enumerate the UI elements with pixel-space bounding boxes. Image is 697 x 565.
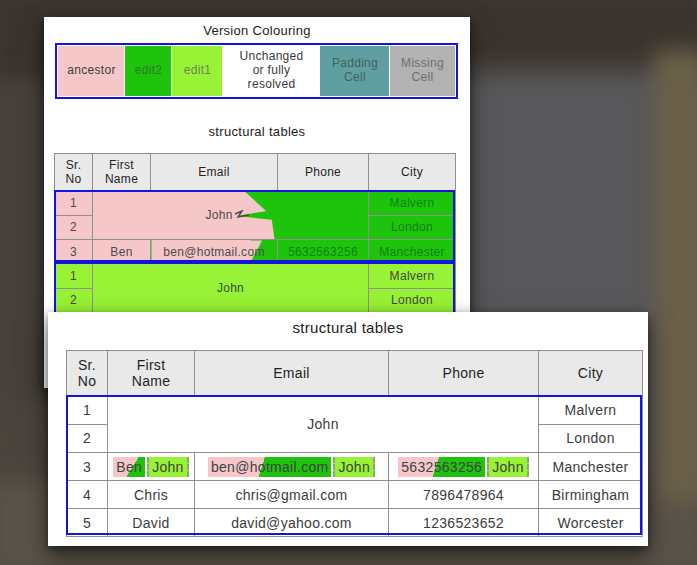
- cell-email: ben@hotmail.com: [151, 240, 278, 264]
- chip-edit1-email: John: [333, 457, 375, 477]
- cell-sr: 3: [55, 240, 93, 264]
- col-header-phone: Phone: [278, 154, 369, 191]
- cell-city: Malvern: [369, 264, 456, 289]
- legend-item-edit2: edit2: [125, 46, 172, 96]
- cell-first-name: Ben John: [108, 453, 195, 481]
- chip-ancestor-first-name: Ben: [113, 457, 145, 477]
- cell-phone: 5632563256 John: [389, 453, 539, 481]
- chip-ancestor-email: ben@hotmail.com: [208, 457, 332, 477]
- chip-edit1-first-name: John: [147, 457, 189, 477]
- cell-sr: 1: [55, 264, 93, 289]
- col-header-email: Email: [195, 351, 389, 396]
- merged-cell: John: [93, 264, 369, 313]
- background-shape: [655, 50, 697, 500]
- header-row: Sr. No First Name Email Phone City: [67, 351, 643, 396]
- table-row: 4 Chris chris@gmail.com 7896478964 Birmi…: [67, 481, 643, 509]
- table-row: 1 John Malvern: [55, 264, 456, 289]
- cell-city: Worcester: [539, 509, 643, 537]
- legend-item-padding-cell: Padding Cell: [320, 46, 390, 96]
- merged-value: John: [307, 416, 339, 432]
- top-structural-table: Sr. No First Name Email Phone City 1 Joh…: [54, 153, 456, 328]
- col-header-first-name: First Name: [108, 351, 195, 396]
- col-header-phone: Phone: [389, 351, 539, 396]
- header-row: Sr. No First Name Email Phone City: [55, 154, 456, 191]
- table-row: 3 Ben John ben@hotmail.com John 56325632: [67, 453, 643, 481]
- chip-ancestor-phone: 5632563256: [398, 457, 485, 477]
- col-header-sr-no: Sr. No: [67, 351, 108, 396]
- cell-email: chris@gmail.com: [195, 481, 389, 509]
- cell-first-name: Ben: [93, 240, 151, 264]
- cell-phone: 5632563256: [278, 240, 369, 264]
- cell-phone: 1236523652: [389, 509, 539, 537]
- table-row: 1 John Malvern: [55, 191, 456, 216]
- bottom-structural-table: Sr. No First Name Email Phone City 1 Joh…: [66, 350, 643, 537]
- cell-sr: 5: [67, 509, 108, 537]
- cell-first-name: David: [108, 509, 195, 537]
- bottom-table-title: structural tables: [48, 319, 648, 336]
- tear-zigzag-icon: [234, 210, 250, 221]
- cell-city: Birmingham: [539, 481, 643, 509]
- table-row: 3 Ben ben@hotmail.com 5632563256 Manches…: [55, 240, 456, 264]
- legend-item-unchanged: Unchanged or fully resolved: [223, 46, 320, 96]
- merged-cell: John: [108, 396, 539, 453]
- legend-item-missing-cell: Missing Cell: [390, 46, 455, 96]
- col-header-city: City: [369, 154, 456, 191]
- cell-city: London: [369, 288, 456, 313]
- cell-sr: 1: [55, 191, 93, 216]
- top-table-title: structural tables: [44, 124, 470, 139]
- cell-email: david@yahoo.com: [195, 509, 389, 537]
- table-row: 1 John Malvern: [67, 396, 643, 425]
- table-row: 5 David david@yahoo.com 1236523652 Worce…: [67, 509, 643, 537]
- cell-sr: 3: [67, 453, 108, 481]
- cell-sr: 1: [67, 396, 108, 425]
- col-header-city: City: [539, 351, 643, 396]
- cell-city: Malvern: [539, 396, 643, 425]
- cell-sr: 2: [67, 424, 108, 453]
- col-header-sr-no: Sr. No: [55, 154, 93, 191]
- legend-item-ancestor: ancestor: [58, 46, 125, 96]
- cell-city: London: [539, 424, 643, 453]
- col-header-email: Email: [151, 154, 278, 191]
- cell-sr: 4: [67, 481, 108, 509]
- col-header-first-name: First Name: [93, 154, 151, 191]
- cell-sr: 2: [55, 288, 93, 313]
- legend-item-edit1: edit1: [172, 46, 223, 96]
- cell-city: London: [369, 215, 456, 240]
- cell-first-name: Chris: [108, 481, 195, 509]
- merged-value: John: [217, 281, 244, 295]
- cell-city: Manchester: [539, 453, 643, 481]
- legend-title: Version Colouring: [44, 23, 470, 38]
- merged-result-window: structural tables Sr. No First Name Emai…: [48, 312, 648, 546]
- cell-phone: 7896478964: [389, 481, 539, 509]
- cell-city: Malvern: [369, 191, 456, 216]
- cell-sr: 2: [55, 215, 93, 240]
- merged-conflict-cell: John: [93, 191, 369, 240]
- cell-email: ben@hotmail.com John: [195, 453, 389, 481]
- version-colouring-legend: ancestor edit2 edit1 Unchanged or fully …: [55, 43, 458, 99]
- chip-edit1-phone: John: [487, 457, 529, 477]
- merged-value: John: [206, 208, 233, 222]
- cell-city: Manchester: [369, 240, 456, 264]
